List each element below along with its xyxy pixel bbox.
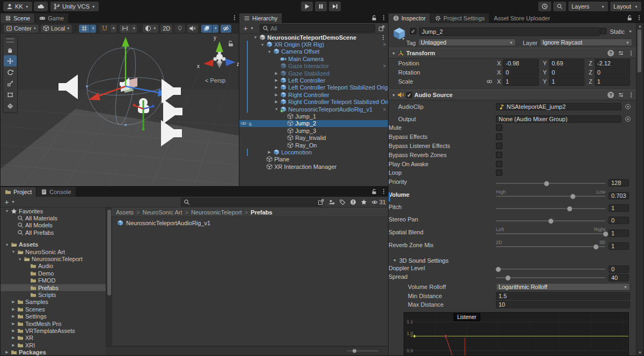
hierarchy-item-left-controller[interactable]: ▶Left Controller [239,77,388,84]
bypass-reverb-zones-checkbox[interactable] [496,152,502,158]
lock-icon[interactable] [626,14,633,21]
foldout-arrow[interactable]: ▼ [392,93,396,97]
slider-thumb[interactable] [603,231,609,237]
rect-tool-button[interactable] [4,89,17,100]
kebab-menu-icon[interactable] [380,34,386,41]
project-folder-scripts[interactable]: Scripts [1,291,106,298]
min-distance-field[interactable]: 1.5 [496,292,630,300]
foldout-arrow[interactable]: ▶ [273,93,280,97]
hierarchy-search-input[interactable]: All [260,24,375,33]
layers-dropdown[interactable]: Layers ▼ [568,2,608,11]
pitch-value-field[interactable]: 1 [609,204,629,212]
scrollbar-thumb[interactable] [638,29,641,72]
project-search-input[interactable] [181,198,321,206]
foldout-arrow[interactable]: ▶ [10,336,17,340]
project-folder-neurosonicteleport[interactable]: ▼NeurosonicTeleport [1,255,106,262]
project-folder-samples[interactable]: ▶Samples [1,299,106,306]
icon-size-slider[interactable] [347,351,378,351]
scale-x-field[interactable]: 1 [503,77,538,86]
snap-increment-toggle[interactable] [99,25,110,33]
priority-slider[interactable]: HighLow [496,183,605,184]
account-button[interactable]: KK ▼ [3,2,32,11]
hierarchy-item-jump-1[interactable]: Jump_1 [239,113,388,120]
eye-icon[interactable] [240,120,247,127]
hierarchy-item-right-controller-teleport-stabilized-origi[interactable]: ▶Right Controller Teleport Stabilized Or… [239,99,388,106]
tag-dropdown[interactable]: Untagged▼ [418,39,516,46]
scene-effects-toggle[interactable] [201,25,212,33]
open-new-window-icon[interactable] [318,199,324,205]
hierarchy-item-xr-interaction-manager[interactable]: XR Interaction Manager [239,163,388,170]
tab-inspector[interactable]: Inspector [389,13,430,23]
foldout-arrow[interactable]: ▶ [273,100,280,104]
move-snap-toggle[interactable] [120,25,130,33]
scroll-up-arrow[interactable]: ▲ [638,24,642,28]
rotation-y-field[interactable]: 0 [549,68,584,77]
kebab-menu-icon[interactable] [636,14,642,21]
hierarchy-item-right-controller[interactable]: ▶Right Controller [239,91,388,98]
tab-asset-store-uploader[interactable]: Asset Store Uploader [489,13,555,23]
foldout-arrow[interactable]: ▶ [10,343,17,347]
breadcrumb-item[interactable]: NeuroSonic Art [142,209,182,216]
scale-y-field[interactable]: 1 [549,77,584,86]
hierarchy-item-ray-invalid[interactable]: Ray_Invalid [239,134,388,141]
kebab-menu-icon[interactable] [231,14,238,21]
layout-dropdown[interactable]: Layout ▼ [610,2,641,11]
create-asset-button[interactable]: ＋▼ [1,197,18,207]
doppler-level-value-field[interactable]: 0 [609,265,629,273]
project-folder-packages[interactable]: ▶Packages [1,348,106,355]
project-folder-fmod[interactable]: FMOD [1,277,106,284]
slider-thumb[interactable] [548,218,554,224]
favorite-item-all-models[interactable]: All Models [1,222,106,229]
output-field[interactable]: None (Audio Mixer Group) [496,115,621,123]
kebab-menu-icon[interactable] [380,14,387,21]
position-x-field[interactable]: -0.98 [503,59,538,68]
prefab-open-chevron[interactable]: > [383,63,386,69]
grid-visibility-dropdown[interactable]: ▼ [90,25,96,33]
volume-rolloff-dropdown[interactable]: Logarithmic Rolloff▼ [496,283,630,291]
tab-project-settings[interactable]: Project Settings [430,13,489,23]
project-folder-demo[interactable]: Demo [1,270,106,277]
slider-thumb[interactable] [570,194,576,199]
slider-thumb[interactable] [593,244,599,250]
play-on-awake-checkbox[interactable] [496,161,502,167]
inspector-scrollbar[interactable]: ▲ ▼ [636,23,643,355]
open-new-window-icon[interactable] [378,25,385,32]
grid-visibility-toggle[interactable] [79,25,90,33]
gameobject-name-field[interactable]: Jump_2 [419,27,600,36]
foldout-arrow[interactable]: ▼ [4,243,10,247]
undo-history-button[interactable] [538,2,551,11]
tab-hierarchy[interactable]: Hierarchy [239,13,282,23]
preset-icon[interactable] [618,92,624,98]
kebab-menu-icon[interactable] [628,92,634,98]
volume-value-field[interactable]: 0.703 [609,192,629,199]
move-tool-button[interactable] [4,55,17,66]
stereo-pan-slider[interactable]: LeftRight [496,220,605,221]
cloud-button[interactable] [34,2,48,11]
loop-checkbox[interactable] [496,169,502,176]
scrollbar-thumb[interactable] [107,210,111,295]
project-folder-assets[interactable]: ▼Assets [1,241,106,248]
search-button[interactable] [553,2,566,11]
scene-viewport[interactable]: y x z < Persp [1,34,239,186]
slider-thumb[interactable] [505,275,511,281]
breadcrumb-item[interactable]: Prefabs [251,209,272,216]
foldout-arrow[interactable]: ▼ [392,51,396,55]
link-icon[interactable] [486,78,493,85]
bypass-listener-effects-checkbox[interactable] [496,143,502,149]
layer-dropdown[interactable]: Ignore Raycast▼ [540,39,632,46]
tool-handle-rotation-dropdown[interactable]: Local ▼ [41,25,72,33]
play-button[interactable] [301,2,313,11]
rotation-x-field[interactable]: 0 [503,68,538,77]
hierarchy-item-neurosonicteleportdemoscene[interactable]: ▼NeurosonicTeleportDemoScene [239,34,388,41]
help-icon[interactable]: ? [608,50,614,56]
stereo-pan-value-field[interactable]: 0 [609,217,629,224]
foldout-arrow[interactable]: ▶ [10,322,17,326]
favorite-item-all-materials[interactable]: All Materials [1,214,106,221]
scale-tool-button[interactable] [4,78,17,89]
foldout-arrow[interactable]: ▶ [10,307,17,312]
static-dropdown-caret[interactable]: ▼ [628,29,632,33]
pause-button[interactable] [315,2,327,11]
foldout-arrow[interactable]: ▶ [10,314,17,318]
hidden-count-toggle[interactable]: 31 [371,199,386,205]
target-picker-icon[interactable] [625,116,631,122]
